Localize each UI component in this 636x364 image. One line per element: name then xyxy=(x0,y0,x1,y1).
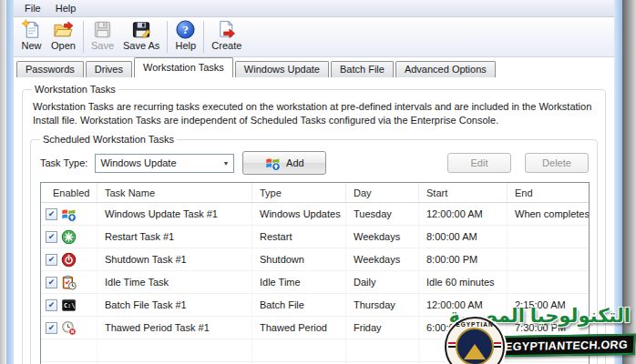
column-header-enabled[interactable]: Enabled xyxy=(41,183,97,202)
task-type-selected-value: Windows Update xyxy=(100,157,176,168)
cell-start: Idle 60 minutes xyxy=(419,271,508,293)
toolbar-button-help[interactable]: ?Help xyxy=(170,18,200,56)
cell-task-name: Idle Time Task xyxy=(97,271,252,293)
cell-start: 12:00:00 AM xyxy=(419,294,508,316)
new-icon xyxy=(21,19,42,40)
cell-start: 8:00:00 PM xyxy=(419,248,508,270)
cell-day: Daily xyxy=(346,271,419,293)
window-border-left-glass xyxy=(6,0,14,364)
cell-empty xyxy=(346,339,419,361)
cell-end xyxy=(508,226,589,248)
group-scheduled-workstation-tasks: Scheduled Workstation Tasks Task Type: W… xyxy=(30,134,598,364)
create-icon xyxy=(216,19,237,40)
menu-file[interactable]: File xyxy=(17,2,48,15)
cell-task-name: Batch File Task #1 xyxy=(97,294,252,316)
table-row[interactable]: ✔Windows Update Task #1Windows UpdatesTu… xyxy=(41,203,589,226)
windows-update-icon xyxy=(265,156,281,171)
task-type-label: Task Type: xyxy=(40,157,87,168)
idle-time-icon xyxy=(61,275,77,290)
shutdown-icon xyxy=(61,252,77,268)
cell-start: 8:00:00 AM xyxy=(419,226,508,248)
table-row[interactable]: ✔Restart Task #1RestartWeekdays8:00:00 A… xyxy=(41,226,589,248)
toolbar-button-open[interactable]: Open xyxy=(46,18,80,56)
column-header-type[interactable]: Type xyxy=(252,183,346,202)
thawed-period-icon xyxy=(61,320,77,336)
restart-icon xyxy=(61,229,77,245)
open-icon xyxy=(53,19,74,40)
column-header-day[interactable]: Day xyxy=(346,183,419,202)
table-row[interactable]: ✔Thawed Period Task #1Thawed PeriodFrida… xyxy=(41,317,589,339)
tab-windows-update[interactable]: Windows Update xyxy=(235,61,329,77)
cell-enabled: ✔ xyxy=(41,226,97,248)
window-border-right-glass xyxy=(614,0,622,364)
column-header-start[interactable]: Start xyxy=(419,183,508,202)
tab-batch-file[interactable]: Batch File xyxy=(331,61,394,77)
cell-type: Batch File xyxy=(252,294,346,316)
column-header-end[interactable]: End xyxy=(508,183,589,202)
add-button[interactable]: Add xyxy=(242,151,326,175)
cell-type: Shutdown xyxy=(252,248,346,270)
toolbar-button-save-as[interactable]: Save As xyxy=(118,18,164,56)
cell-type: Restart xyxy=(252,226,346,248)
task-type-select[interactable]: Windows Update ▼ xyxy=(95,154,234,173)
app-content: FileHelp NewOpenSaveSave As?HelpCreate P… xyxy=(14,0,614,364)
tab-drives[interactable]: Drives xyxy=(86,61,132,77)
cell-enabled: ✔ xyxy=(41,317,97,339)
enabled-checkbox[interactable]: ✔ xyxy=(46,231,57,243)
cell-task-name: Shutdown Task #1 xyxy=(97,248,252,270)
tab-page-workstation-tasks: Workstation Tasks Workstation Tasks are … xyxy=(14,77,614,364)
cell-start: 12:00:00 AM xyxy=(419,203,508,225)
tab-passwords[interactable]: Passwords xyxy=(16,61,84,77)
enabled-checkbox[interactable]: ✔ xyxy=(46,254,57,266)
toolbar-separator xyxy=(167,21,168,53)
windows-update-icon xyxy=(61,207,77,222)
chevron-down-icon[interactable]: ▼ xyxy=(218,160,233,167)
toolbar-button-save[interactable]: Save xyxy=(87,18,118,56)
app-window: FileHelp NewOpenSaveSave As?HelpCreate P… xyxy=(0,0,636,364)
table-row[interactable]: ✔C:\Batch File Task #1Batch FileThursday… xyxy=(41,294,589,317)
cell-enabled: ✔ xyxy=(41,248,97,270)
toolbar-button-new[interactable]: New xyxy=(16,18,46,56)
enabled-checkbox[interactable]: ✔ xyxy=(46,208,57,220)
cell-day: Weekdays xyxy=(346,226,419,248)
tab-workstation-tasks[interactable]: Workstation Tasks xyxy=(134,57,233,77)
cell-empty xyxy=(41,339,97,361)
column-header-task-name[interactable]: Task Name xyxy=(97,183,252,202)
cell-start: 6:00:00 PM xyxy=(419,317,508,339)
toolbar-button-label: Help xyxy=(176,40,197,52)
edit-button[interactable]: Edit xyxy=(447,153,511,173)
table-row-empty[interactable] xyxy=(41,339,589,362)
table-row[interactable]: ✔Shutdown Task #1ShutdownWeekdays8:00:00… xyxy=(41,248,589,271)
enabled-checkbox[interactable]: ✔ xyxy=(46,299,57,311)
toolbar-button-label: New xyxy=(21,40,41,52)
window-border-left xyxy=(0,0,6,364)
tab-advanced-options[interactable]: Advanced Options xyxy=(395,61,496,77)
delete-button[interactable]: Delete xyxy=(525,153,589,173)
cell-enabled: ✔C:\ xyxy=(41,294,97,316)
help-icon: ? xyxy=(175,19,196,40)
toolbar-button-label: Save xyxy=(91,40,114,52)
cell-day: Friday xyxy=(346,317,419,339)
enabled-checkbox[interactable]: ✔ xyxy=(46,277,57,288)
cell-day: Thursday xyxy=(346,294,419,316)
table-row[interactable]: ✔Idle Time TaskIdle TimeDailyIdle 60 min… xyxy=(41,271,589,294)
cell-day: Weekdays xyxy=(346,248,419,270)
cell-end: 7:30:00 PM xyxy=(508,317,589,339)
cell-empty xyxy=(97,339,252,361)
menu-bar: FileHelp xyxy=(14,0,614,17)
svg-text:?: ? xyxy=(183,23,190,36)
scheduled-tasks-table: EnabledTask NameTypeDayStartEnd ✔Windows… xyxy=(40,182,590,364)
toolbar: NewOpenSaveSave As?HelpCreate xyxy=(14,17,614,57)
cell-end xyxy=(508,271,589,293)
table-header: EnabledTask NameTypeDayStartEnd xyxy=(41,183,589,203)
group-scheduled-title: Scheduled Workstation Tasks xyxy=(40,134,177,145)
table-body: ✔Windows Update Task #1Windows UpdatesTu… xyxy=(41,203,589,364)
menu-help[interactable]: Help xyxy=(48,2,84,15)
enabled-checkbox[interactable]: ✔ xyxy=(46,322,57,334)
cell-task-name: Thawed Period Task #1 xyxy=(97,317,252,339)
toolbar-button-create[interactable]: Create xyxy=(207,18,246,56)
cell-empty xyxy=(508,339,589,361)
toolbar-separator xyxy=(203,21,204,53)
cell-end xyxy=(508,248,589,270)
group-workstation-tasks-title: Workstation Tasks xyxy=(32,84,118,95)
